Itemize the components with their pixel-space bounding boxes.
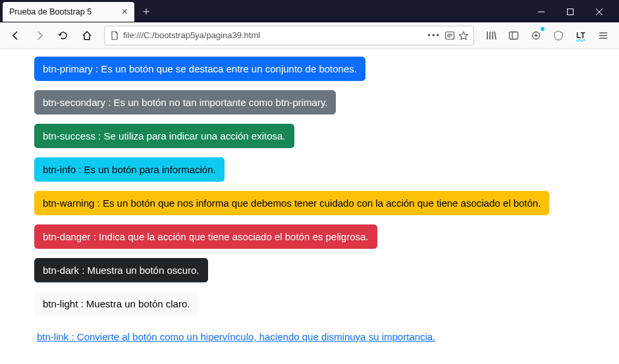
btn-light[interactable]: btn-light : Muestra un botón claro. <box>34 292 198 316</box>
btn-dark[interactable]: btn-dark : Muestra un botón oscuro. <box>34 258 208 282</box>
library-icon[interactable] <box>483 28 499 43</box>
extension-icon-2[interactable] <box>551 28 566 43</box>
btn-link[interactable]: btn-link : Convierte al botón como un hi… <box>34 325 438 348</box>
btn-secondary[interactable]: btn-secondary : Es un botón no tan impor… <box>34 90 336 115</box>
btn-warning[interactable]: btn-warning : Es un botón que nos inform… <box>34 191 549 215</box>
tab-title: Prueba de Bootstrap 5 <box>9 7 92 16</box>
minimize-button[interactable] <box>527 3 556 21</box>
extension-icon-3[interactable]: LT <box>573 28 589 43</box>
window-controls <box>527 0 614 21</box>
svg-point-4 <box>535 34 537 37</box>
forward-button[interactable] <box>29 25 50 46</box>
back-button[interactable] <box>5 25 26 46</box>
extension-icon-1[interactable] <box>528 28 544 43</box>
home-button[interactable] <box>76 25 97 46</box>
url-text: file:///C:/bootstrap5ya/pagina39.html <box>123 30 423 40</box>
reader-mode-icon[interactable] <box>444 31 455 40</box>
btn-success[interactable]: btn-success : Se utiliza para indicar un… <box>34 124 294 148</box>
close-tab-icon[interactable]: × <box>122 7 128 17</box>
toolbar: file:///C:/bootstrap5ya/pagina39.html ••… <box>0 22 619 49</box>
browser-tab[interactable]: Prueba de Bootstrap 5 × <box>3 2 134 22</box>
svg-rect-0 <box>568 9 574 15</box>
file-icon <box>110 31 119 40</box>
reload-button[interactable] <box>53 25 74 46</box>
bookmark-icon[interactable] <box>459 31 468 40</box>
titlebar: Prueba de Bootstrap 5 × + <box>0 0 619 22</box>
svg-rect-2 <box>510 32 518 39</box>
sidebar-icon[interactable] <box>506 28 522 43</box>
url-bar[interactable]: file:///C:/bootstrap5ya/pagina39.html ••… <box>104 26 474 45</box>
maximize-button[interactable] <box>556 3 585 21</box>
page-actions-icon[interactable]: ••• <box>427 30 441 40</box>
toolbar-right: LT <box>481 28 614 43</box>
btn-primary[interactable]: btn-primary : Es un botón que se destaca… <box>34 57 365 81</box>
close-window-button[interactable] <box>585 3 614 21</box>
menu-button[interactable] <box>595 28 611 43</box>
btn-info[interactable]: btn-info : Es un botón para información. <box>34 157 225 182</box>
page-content: btn-primary : Es un botón que se destaca… <box>0 49 619 356</box>
new-tab-button[interactable]: + <box>137 3 155 21</box>
btn-danger[interactable]: btn-danger : Indica que la acción que ti… <box>34 224 377 249</box>
